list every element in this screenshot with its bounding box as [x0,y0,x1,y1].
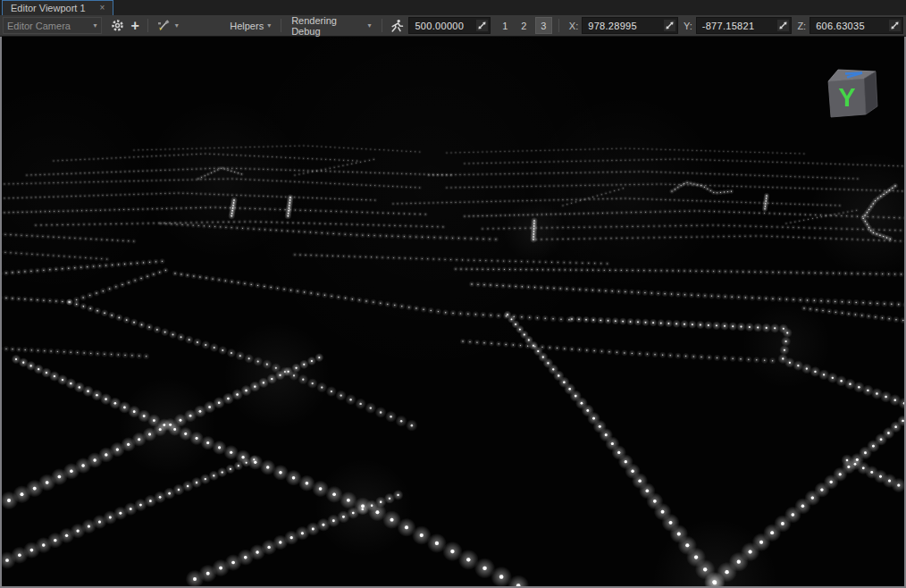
helpers-menu-button[interactable]: Helpers ▾ [224,21,276,31]
camera-speed-button[interactable] [386,17,408,34]
coord-z-value: 606.63035 [816,21,885,31]
tab-close-icon[interactable]: × [100,4,105,13]
chevron-down-icon: ▾ [94,21,97,29]
toolbar-separator [382,19,382,32]
coord-x-label: X: [569,21,578,31]
view-preset-button-1[interactable]: 1 [498,18,513,33]
cube-front-axis-label: Y [838,83,855,112]
viewport-3d-area [0,37,906,588]
camera-select-value: Editor Camera [7,21,71,31]
orientation-cube[interactable]: Y [822,63,881,125]
tab-label: Editor Viewport 1 [11,3,86,13]
diagonal-drag-icon [665,21,675,30]
coord-z-field[interactable]: 606.63035 [810,17,903,34]
plus-icon: + [131,18,139,34]
coord-y-label: Y: [684,21,692,31]
coord-y-value: -877.15821 [702,21,775,31]
viewport-toolbar: Editor Camera ▾ + ▾ Helpers ▾ Rendering … [0,15,906,37]
drag-adjust-handle[interactable] [777,20,789,31]
tab-editor-viewport-1[interactable]: Editor Viewport 1 × [2,0,113,15]
toolbar-separator [147,19,148,32]
drag-adjust-handle[interactable] [476,20,488,31]
rendering-debug-label: Rendering Debug [291,15,364,37]
gear-icon [111,19,124,32]
viewport-settings-button[interactable] [107,17,128,34]
audio-mute-icon [156,19,172,32]
drag-adjust-handle[interactable] [664,20,675,31]
drag-adjust-handle[interactable] [889,20,901,31]
camera-select-dropdown[interactable]: Editor Camera ▾ [3,17,102,34]
audio-mute-button[interactable]: ▾ [153,17,182,34]
camera-speed-field[interactable]: 500.00000 [408,17,491,34]
chevron-down-icon: ▾ [367,21,371,29]
coord-y-field[interactable]: -877.15821 [696,17,793,34]
view-preset-label: 1 [502,21,508,31]
camera-speed-value: 500.00000 [415,21,473,31]
chevron-down-icon: ▾ [175,21,179,29]
add-button[interactable]: + [128,17,143,34]
coord-x-value: 978.28995 [588,21,660,31]
toolbar-separator [281,19,281,32]
helpers-label: Helpers [230,21,264,31]
chevron-down-icon: ▾ [267,21,271,29]
diagonal-drag-icon [778,21,788,30]
cube-right-face[interactable] [864,71,877,114]
view-preset-label: 3 [541,21,546,31]
view-preset-button-2[interactable]: 2 [516,18,532,33]
diagonal-drag-icon [477,21,487,30]
coord-x-field[interactable]: 978.28995 [582,17,678,34]
view-preset-label: 2 [521,21,526,31]
view-preset-button-3[interactable]: 3 [535,17,552,34]
diagonal-drag-icon [890,21,900,30]
viewport-canvas[interactable] [2,37,904,586]
toolbar-separator [558,19,559,32]
coord-z-label: Z: [797,21,806,31]
running-person-icon [390,19,405,33]
rendering-debug-menu-button[interactable]: Rendering Debug ▾ [286,15,376,37]
tab-bar: Editor Viewport 1 × [0,0,906,15]
